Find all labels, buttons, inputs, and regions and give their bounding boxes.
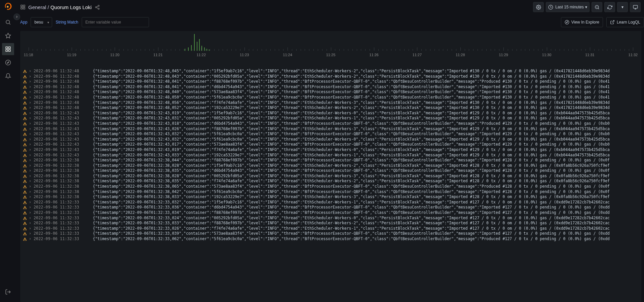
axis-tick-label: 11:26 bbox=[369, 53, 379, 57]
log-row[interactable]: ›2022-09-06 11:32:33{"timestamp":"2022-0… bbox=[23, 226, 639, 231]
breadcrumb-dashboard[interactable]: Quorum Logs Loki bbox=[50, 4, 92, 10]
log-row[interactable]: ›2022-09-06 11:32:43{"timestamp":"2022-0… bbox=[23, 116, 639, 121]
log-expand-caret[interactable]: › bbox=[29, 74, 32, 79]
log-row[interactable]: ›2022-09-06 11:32:33{"timestamp":"2022-0… bbox=[23, 200, 639, 205]
log-row[interactable]: ›2022-09-06 11:32:48{"timestamp":"2022-0… bbox=[23, 95, 639, 100]
log-row[interactable]: ›2022-09-06 11:32:48{"timestamp":"2022-0… bbox=[23, 105, 639, 111]
log-level-warn-icon bbox=[23, 90, 27, 94]
log-row[interactable]: ›2022-09-06 11:32:43{"timestamp":"2022-0… bbox=[23, 126, 639, 132]
log-row[interactable]: ›2022-09-06 11:32:33{"timestamp":"2022-0… bbox=[23, 231, 639, 236]
log-expand-caret[interactable]: › bbox=[29, 131, 32, 137]
refresh-button[interactable] bbox=[604, 2, 615, 12]
log-row[interactable]: ›2022-09-06 11:32:38{"timestamp":"2022-0… bbox=[23, 168, 639, 174]
log-list[interactable]: ›2022-09-06 11:32:48{"timestamp":"2022-0… bbox=[20, 69, 641, 244]
log-row[interactable]: ›2022-09-06 11:32:38{"timestamp":"2022-0… bbox=[23, 179, 639, 184]
log-row[interactable]: ›2022-09-06 11:32:33{"timestamp":"2022-0… bbox=[23, 216, 639, 221]
learn-logql-button[interactable]: Learn LogQL bbox=[606, 17, 644, 27]
log-expand-caret[interactable]: › bbox=[29, 226, 32, 231]
log-row[interactable]: ›2022-09-06 11:32:38{"timestamp":"2022-0… bbox=[23, 163, 639, 168]
log-expand-caret[interactable]: › bbox=[29, 100, 32, 106]
log-row[interactable]: ›2022-09-06 11:32:48{"timestamp":"2022-0… bbox=[23, 89, 639, 95]
log-row[interactable]: ›2022-09-06 11:32:48{"timestamp":"2022-0… bbox=[23, 69, 639, 74]
log-row[interactable]: ›2022-09-06 11:32:48{"timestamp":"2022-0… bbox=[23, 84, 639, 90]
log-expand-caret[interactable]: › bbox=[29, 111, 32, 116]
log-expand-caret[interactable]: › bbox=[29, 200, 32, 205]
log-expand-caret[interactable]: › bbox=[29, 147, 32, 153]
time-range-picker[interactable]: Last 15 minutes ▾ bbox=[546, 2, 590, 12]
log-expand-caret[interactable]: › bbox=[29, 163, 32, 168]
log-expand-caret[interactable]: › bbox=[29, 84, 32, 90]
log-row[interactable]: ›2022-09-06 11:32:43{"timestamp":"2022-0… bbox=[23, 153, 639, 158]
log-expand-caret[interactable]: › bbox=[29, 89, 32, 95]
log-row[interactable]: ›2022-09-06 11:32:33{"timestamp":"2022-0… bbox=[23, 236, 639, 242]
log-expand-caret[interactable]: › bbox=[29, 231, 32, 236]
log-row[interactable]: ›2022-09-06 11:32:38{"timestamp":"2022-0… bbox=[23, 184, 639, 189]
log-row[interactable]: ›2022-09-06 11:32:48{"timestamp":"2022-0… bbox=[23, 74, 639, 79]
log-expand-caret[interactable]: › bbox=[29, 221, 32, 226]
log-expand-caret[interactable]: › bbox=[29, 79, 32, 84]
log-expand-caret[interactable]: › bbox=[29, 153, 32, 158]
log-expand-caret[interactable]: › bbox=[29, 184, 32, 189]
tv-mode-button[interactable] bbox=[630, 2, 641, 12]
log-expand-caret[interactable]: › bbox=[29, 179, 32, 184]
zoom-out-button[interactable] bbox=[592, 2, 602, 12]
log-row[interactable]: ›2022-09-06 11:32:38{"timestamp":"2022-0… bbox=[23, 194, 639, 200]
nav-search-icon[interactable] bbox=[2, 16, 14, 28]
var-app-select[interactable]: besu bbox=[31, 17, 52, 27]
log-row[interactable]: ›2022-09-06 11:32:33{"timestamp":"2022-0… bbox=[23, 221, 639, 226]
dashboard-settings-button[interactable] bbox=[533, 2, 544, 12]
log-level-warn-icon bbox=[23, 205, 27, 210]
log-row[interactable]: ›2022-09-06 11:32:48{"timestamp":"2022-0… bbox=[23, 79, 639, 84]
nav-starred-icon[interactable] bbox=[2, 30, 14, 42]
log-expand-caret[interactable]: › bbox=[29, 142, 32, 147]
log-row[interactable]: ›2022-09-06 11:32:38{"timestamp":"2022-0… bbox=[23, 174, 639, 179]
nav-signout-icon[interactable] bbox=[2, 286, 14, 298]
nav-alerting-icon[interactable] bbox=[2, 70, 14, 82]
log-expand-caret[interactable]: › bbox=[29, 158, 32, 163]
svg-rect-74 bbox=[25, 214, 25, 214]
log-expand-caret[interactable]: › bbox=[29, 105, 32, 111]
grafana-logo-icon[interactable] bbox=[3, 2, 13, 11]
log-row[interactable]: ›2022-09-06 11:32:43{"timestamp":"2022-0… bbox=[23, 111, 639, 116]
log-level-warn-icon bbox=[23, 106, 27, 110]
log-expand-caret[interactable]: › bbox=[29, 126, 32, 132]
log-row[interactable]: ›2022-09-06 11:32:43{"timestamp":"2022-0… bbox=[23, 142, 639, 147]
refresh-interval-button[interactable]: ▾ bbox=[617, 2, 628, 12]
breadcrumb-root[interactable]: General bbox=[28, 4, 46, 10]
log-expand-caret[interactable]: › bbox=[29, 216, 32, 221]
log-expand-caret[interactable]: › bbox=[29, 210, 32, 216]
log-level-warn-icon bbox=[23, 211, 27, 215]
log-expand-caret[interactable]: › bbox=[29, 174, 32, 179]
log-expand-caret[interactable]: › bbox=[29, 121, 32, 126]
log-expand-caret[interactable]: › bbox=[29, 137, 32, 142]
log-timestamp: 2022-09-06 11:32:48 bbox=[34, 79, 91, 84]
var-stringmatch-input[interactable] bbox=[82, 17, 149, 27]
log-row[interactable]: ›2022-09-06 11:32:33{"timestamp":"2022-0… bbox=[23, 205, 639, 210]
log-expand-caret[interactable]: › bbox=[29, 194, 32, 200]
log-expand-caret[interactable]: › bbox=[29, 95, 32, 100]
svg-rect-75 bbox=[25, 218, 25, 219]
log-row[interactable]: ›2022-09-06 11:32:38{"timestamp":"2022-0… bbox=[23, 158, 639, 163]
log-row[interactable]: ›2022-09-06 11:32:48{"timestamp":"2022-0… bbox=[23, 100, 639, 106]
log-expand-caret[interactable]: › bbox=[29, 69, 32, 74]
log-expand-caret[interactable]: › bbox=[29, 205, 32, 210]
log-row[interactable]: ›2022-09-06 11:32:43{"timestamp":"2022-0… bbox=[23, 131, 639, 137]
log-timestamp: 2022-09-06 11:32:48 bbox=[34, 105, 91, 111]
log-expand-caret[interactable]: › bbox=[29, 236, 32, 242]
nav-explore-icon[interactable] bbox=[2, 56, 14, 69]
log-row[interactable]: ›2022-09-06 11:32:38{"timestamp":"2022-0… bbox=[23, 189, 639, 195]
log-expand-caret[interactable]: › bbox=[29, 116, 32, 121]
view-in-explore-button[interactable]: View In Explore bbox=[561, 17, 603, 27]
log-timestamp: 2022-09-06 11:32:33 bbox=[34, 221, 91, 226]
log-row[interactable]: ›2022-09-06 11:32:43{"timestamp":"2022-0… bbox=[23, 147, 639, 153]
log-timestamp: 2022-09-06 11:32:38 bbox=[34, 179, 91, 184]
log-expand-caret[interactable]: › bbox=[29, 189, 32, 195]
sidenav-toggle-icon[interactable] bbox=[13, 13, 20, 20]
share-icon[interactable] bbox=[95, 5, 100, 10]
nav-dashboards-icon[interactable] bbox=[2, 43, 14, 55]
log-row[interactable]: ›2022-09-06 11:32:33{"timestamp":"2022-0… bbox=[23, 210, 639, 216]
log-row[interactable]: ›2022-09-06 11:32:43{"timestamp":"2022-0… bbox=[23, 137, 639, 142]
log-row[interactable]: ›2022-09-06 11:32:43{"timestamp":"2022-0… bbox=[23, 121, 639, 126]
log-expand-caret[interactable]: › bbox=[29, 168, 32, 174]
log-volume-chart[interactable]: 11:1811:1911:2011:2111:2211:2311:2411:25… bbox=[20, 31, 641, 57]
